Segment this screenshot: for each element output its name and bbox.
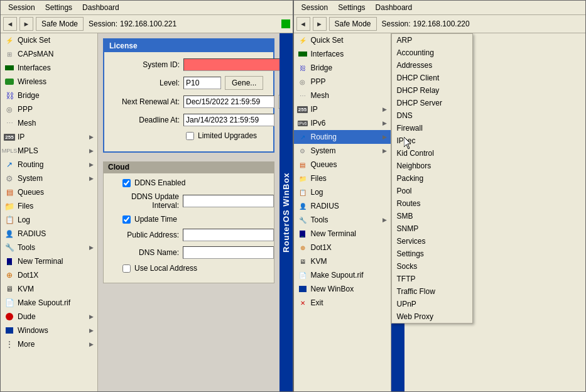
sidebar-item-bridge[interactable]: ⛓ Bridge bbox=[1, 89, 97, 102]
renewal-input[interactable] bbox=[183, 95, 274, 108]
dropdown-item-accounting[interactable]: Accounting bbox=[392, 46, 472, 59]
left-back-btn[interactable]: ◄ bbox=[3, 17, 17, 31]
dropdown-item-dhcp-client[interactable]: DHCP Client bbox=[392, 72, 472, 84]
sidebar-item-system[interactable]: ⚙ System ▶ bbox=[1, 172, 97, 185]
sidebar-item-windows[interactable]: Windows ▶ bbox=[1, 324, 97, 337]
dropdown-item-traffic-flow[interactable]: Traffic Flow bbox=[392, 285, 472, 298]
dropdown-item-pool[interactable]: Pool bbox=[392, 185, 472, 197]
right-sidebar-item-mesh[interactable]: ⋯ Mesh bbox=[294, 89, 391, 102]
dropdown-item-dhcp-relay[interactable]: DHCP Relay bbox=[392, 84, 472, 97]
right-toolbar: ◄ ► Safe Mode Session: 192.168.100.220 bbox=[294, 15, 586, 33]
sidebar-item-wireless[interactable]: Wireless bbox=[1, 75, 97, 89]
right-safe-mode-btn[interactable]: Safe Mode bbox=[329, 17, 377, 31]
right-sidebar-item-supout[interactable]: 📄 Make Supout.rif bbox=[294, 268, 391, 282]
left-menu-session[interactable]: Session bbox=[3, 2, 40, 13]
sidebar-item-ip[interactable]: 255 IP ▶ bbox=[1, 130, 97, 144]
system-id-input[interactable] bbox=[183, 58, 279, 71]
public-address-input[interactable] bbox=[183, 229, 274, 241]
ddns-enabled-checkbox[interactable] bbox=[122, 179, 131, 187]
dropdown-item-smb[interactable]: SMB bbox=[392, 210, 472, 222]
deadline-input[interactable] bbox=[183, 114, 274, 126]
dropdown-item-tftp[interactable]: TFTP bbox=[392, 273, 472, 285]
dropdown-item-web-proxy[interactable]: Web Proxy bbox=[392, 310, 472, 323]
right-sidebar-item-routing[interactable]: ↗ Routing ▶ bbox=[294, 130, 391, 144]
capsman-icon: ⊞ bbox=[4, 49, 14, 59]
r-exit-icon: ✕ bbox=[298, 298, 308, 308]
right-sidebar-item-exit[interactable]: ✕ Exit bbox=[294, 296, 391, 310]
sidebar-item-dude[interactable]: Dude ▶ bbox=[1, 310, 97, 324]
right-sidebar-item-newterminal[interactable]: _ New Terminal bbox=[294, 227, 391, 241]
sidebar-item-radius[interactable]: 👤 RADIUS bbox=[1, 227, 97, 241]
update-time-checkbox[interactable] bbox=[122, 215, 131, 224]
dropdown-item-neighbors[interactable]: Neighbors bbox=[392, 160, 472, 172]
dude-icon bbox=[4, 312, 14, 322]
sidebar-item-dot1x[interactable]: ⊕ Dot1X bbox=[1, 268, 97, 282]
license-dialog-body: System ID: Level: Gene... Next Renewal A… bbox=[104, 52, 273, 151]
dropdown-item-addresses[interactable]: Addresses bbox=[392, 59, 472, 72]
right-sidebar-item-ipv6[interactable]: IPv6 IPv6 ▶ bbox=[294, 116, 391, 130]
dropdown-item-dhcp-server[interactable]: DHCP Server bbox=[392, 97, 472, 109]
left-menu-settings[interactable]: Settings bbox=[40, 2, 77, 13]
ddns-interval-label: DDNS Update Interval: bbox=[110, 192, 179, 210]
r-radius-icon: 👤 bbox=[298, 201, 308, 211]
sidebar-item-log[interactable]: 📋 Log bbox=[1, 213, 97, 227]
right-menu-settings[interactable]: Settings bbox=[333, 2, 370, 13]
dropdown-item-packing[interactable]: Packing bbox=[392, 172, 472, 185]
right-sidebar-item-ip[interactable]: 255 IP ▶ bbox=[294, 102, 391, 116]
right-sidebar-item-kvm[interactable]: 🖥 KVM bbox=[294, 254, 391, 268]
right-sidebar-item-system[interactable]: ⚙ System ▶ bbox=[294, 144, 391, 158]
sidebar-item-tools[interactable]: 🔧 Tools ▶ bbox=[1, 241, 97, 254]
sidebar-item-files[interactable]: 📁 Files bbox=[1, 199, 97, 213]
dropdown-item-settings[interactable]: Settings bbox=[392, 248, 472, 260]
right-sidebar-item-queues[interactable]: ▤ Queues bbox=[294, 158, 391, 172]
use-local-checkbox[interactable] bbox=[122, 264, 131, 273]
left-forward-btn[interactable]: ► bbox=[19, 17, 33, 31]
dropdown-item-socks[interactable]: Socks bbox=[392, 260, 472, 273]
dropdown-item-services[interactable]: Services bbox=[392, 235, 472, 248]
right-sidebar-item-quickset[interactable]: ⚡ Quick Set bbox=[294, 33, 391, 47]
sidebar-item-newterminal[interactable]: _ New Terminal bbox=[1, 254, 97, 268]
dropdown-item-kid-control[interactable]: Kid Control bbox=[392, 147, 472, 160]
ddns-interval-input[interactable] bbox=[183, 195, 274, 207]
dropdown-item-arp[interactable]: ARP bbox=[392, 34, 472, 46]
sidebar-item-more[interactable]: ⋮ More ▶ bbox=[1, 337, 97, 351]
right-sidebar-item-dot1x[interactable]: ⊕ Dot1X bbox=[294, 241, 391, 254]
left-menu-bar: Session Settings Dashboard bbox=[1, 1, 293, 15]
dropdown-item-firewall[interactable]: Firewall bbox=[392, 122, 472, 134]
left-content: License System ID: Level: Gene... bbox=[98, 33, 279, 391]
right-back-btn[interactable]: ◄ bbox=[296, 17, 310, 31]
sidebar-item-capsman[interactable]: ⊞ CAPsMAN bbox=[1, 47, 97, 61]
right-sidebar-item-bridge[interactable]: ⛓ Bridge bbox=[294, 61, 391, 75]
dns-name-input[interactable] bbox=[183, 246, 274, 259]
sidebar-item-routing[interactable]: ↗ Routing ▶ bbox=[1, 158, 97, 172]
right-forward-btn[interactable]: ► bbox=[313, 17, 327, 31]
limited-upgrades-checkbox[interactable] bbox=[186, 132, 194, 140]
limited-upgrades-row: Limited Upgrades bbox=[111, 131, 267, 140]
right-sidebar-item-tools[interactable]: 🔧 Tools ▶ bbox=[294, 213, 391, 227]
generate-btn[interactable]: Gene... bbox=[225, 76, 263, 90]
left-menu-dashboard[interactable]: Dashboard bbox=[77, 2, 124, 13]
right-sidebar-item-interfaces[interactable]: Interfaces bbox=[294, 47, 391, 61]
dropdown-item-dns[interactable]: DNS bbox=[392, 109, 472, 122]
sidebar-item-quickset[interactable]: ⚡ Quick Set bbox=[1, 33, 97, 47]
sidebar-item-interfaces[interactable]: Interfaces bbox=[1, 61, 97, 75]
right-sidebar-item-newwinbox[interactable]: New WinBox bbox=[294, 282, 391, 296]
right-sidebar-item-log[interactable]: 📋 Log bbox=[294, 185, 391, 199]
right-sidebar-item-files[interactable]: 📁 Files bbox=[294, 172, 391, 185]
sidebar-item-kvm[interactable]: 🖥 KVM bbox=[1, 282, 97, 296]
left-safe-mode-btn[interactable]: Safe Mode bbox=[36, 17, 84, 31]
level-input[interactable] bbox=[183, 77, 221, 89]
right-sidebar-item-radius[interactable]: 👤 RADIUS bbox=[294, 199, 391, 213]
right-sidebar-item-ppp[interactable]: ◎ PPP bbox=[294, 75, 391, 89]
sidebar-item-queues[interactable]: ▤ Queues bbox=[1, 185, 97, 199]
sidebar-item-mpls[interactable]: MPLS MPLS ▶ bbox=[1, 144, 97, 158]
right-menu-session[interactable]: Session bbox=[296, 2, 334, 13]
sidebar-item-supout[interactable]: 📄 Make Supout.rif bbox=[1, 296, 97, 310]
dropdown-item-ipsec[interactable]: IPsec bbox=[392, 134, 472, 147]
sidebar-item-ppp[interactable]: ◎ PPP bbox=[1, 102, 97, 116]
right-menu-dashboard[interactable]: Dashboard bbox=[371, 2, 418, 13]
dropdown-item-snmp[interactable]: SNMP bbox=[392, 222, 472, 235]
dropdown-item-upnp[interactable]: UPnP bbox=[392, 298, 472, 310]
sidebar-item-mesh[interactable]: ⋯ Mesh bbox=[1, 116, 97, 130]
dropdown-item-routes[interactable]: Routes bbox=[392, 197, 472, 210]
